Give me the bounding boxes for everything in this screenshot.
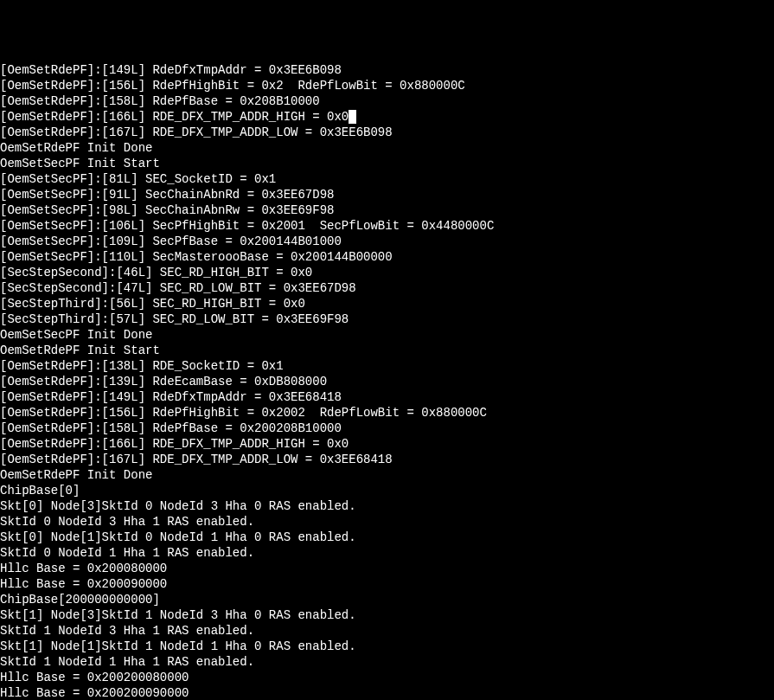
terminal-line: [OemSetRdePF]:[139L] RdeEcamBase = 0xDB8…	[0, 374, 774, 389]
terminal-line: [OemSetRdePF]:[149L] RdeDfxTmpAddr = 0x3…	[0, 62, 774, 78]
terminal-line: [OemSetSecPF]:[81L] SEC_SocketID = 0x1	[0, 171, 774, 187]
terminal-line: Skt[1] Node[3]SktId 1 NodeId 3 Hha 0 RAS…	[0, 607, 774, 623]
terminal-line: [OemSetRdePF]:[167L] RDE_DFX_TMP_ADDR_LO…	[0, 452, 774, 467]
terminal-line: [SecStepSecond]:[46L] SEC_RD_HIGH_BIT = …	[0, 265, 774, 280]
terminal-line: [OemSetRdePF]:[156L] RdePfHighBit = 0x2 …	[0, 78, 774, 93]
terminal-line: SktId 1 NodeId 3 Hha 1 RAS enabled.	[0, 623, 774, 639]
terminal-line: Hllc Base = 0x200090000	[0, 576, 774, 592]
terminal-line: Skt[0] Node[3]SktId 0 NodeId 3 Hha 0 RAS…	[0, 498, 774, 514]
terminal-cursor	[349, 110, 355, 124]
terminal-line: [OemSetRdePF]:[158L] RdePfBase = 0x20020…	[0, 421, 774, 436]
terminal-line: [OemSetSecPF]:[106L] SecPfHighBit = 0x20…	[0, 218, 774, 234]
terminal-line: [OemSetRdePF]:[149L] RdeDfxTmpAddr = 0x3…	[0, 389, 774, 405]
terminal-line: [OemSetSecPF]:[109L] SecPfBase = 0x20014…	[0, 234, 774, 249]
terminal-line: SktId 1 NodeId 1 Hha 1 RAS enabled.	[0, 654, 774, 670]
terminal-line: [OemSetSecPF]:[91L] SecChainAbnRd = 0x3E…	[0, 187, 774, 202]
terminal-line: OemSetRdePF Init Done	[0, 140, 774, 156]
terminal-line: SktId 0 NodeId 1 Hha 1 RAS enabled.	[0, 545, 774, 561]
terminal-line: OemSetRdePF Init Done	[0, 467, 774, 483]
terminal-line: Hllc Base = 0x200080000	[0, 561, 774, 576]
terminal-line: [OemSetRdePF]:[156L] RdePfHighBit = 0x20…	[0, 405, 774, 421]
terminal-output: [OemSetRdePF]:[149L] RdeDfxTmpAddr = 0x3…	[0, 62, 774, 700]
terminal-line: OemSetRdePF Init Start	[0, 343, 774, 358]
terminal-line: [OemSetRdePF]:[166L] RDE_DFX_TMP_ADDR_HI…	[0, 109, 774, 125]
terminal-line: ChipBase[0]	[0, 483, 774, 498]
terminal-line: Hllc Base = 0x200200090000	[0, 685, 774, 700]
terminal-line: OemSetSecPF Init Done	[0, 327, 774, 343]
terminal-line: OemSetSecPF Init Start	[0, 156, 774, 171]
terminal-line: SktId 0 NodeId 3 Hha 1 RAS enabled.	[0, 514, 774, 530]
terminal-line: ChipBase[200000000000]	[0, 592, 774, 607]
terminal-line: [SecStepThird]:[56L] SEC_RD_HIGH_BIT = 0…	[0, 296, 774, 311]
terminal-line: [OemSetSecPF]:[98L] SecChainAbnRw = 0x3E…	[0, 202, 774, 218]
terminal-line: [OemSetRdePF]:[138L] RDE_SocketID = 0x1	[0, 358, 774, 374]
terminal-line: Skt[1] Node[1]SktId 1 NodeId 1 Hha 0 RAS…	[0, 639, 774, 654]
terminal-line: Skt[0] Node[1]SktId 0 NodeId 1 Hha 0 RAS…	[0, 530, 774, 545]
terminal-line: [OemSetSecPF]:[110L] SecMasteroooBase = …	[0, 249, 774, 265]
terminal-line: [OemSetRdePF]:[166L] RDE_DFX_TMP_ADDR_HI…	[0, 436, 774, 452]
terminal-line: [OemSetRdePF]:[158L] RdePfBase = 0x208B1…	[0, 93, 774, 109]
terminal-line: Hllc Base = 0x200200080000	[0, 670, 774, 685]
terminal-line: [OemSetRdePF]:[167L] RDE_DFX_TMP_ADDR_LO…	[0, 125, 774, 140]
terminal-line: [SecStepSecond]:[47L] SEC_RD_LOW_BIT = 0…	[0, 280, 774, 296]
terminal-line: [SecStepThird]:[57L] SEC_RD_LOW_BIT = 0x…	[0, 311, 774, 327]
